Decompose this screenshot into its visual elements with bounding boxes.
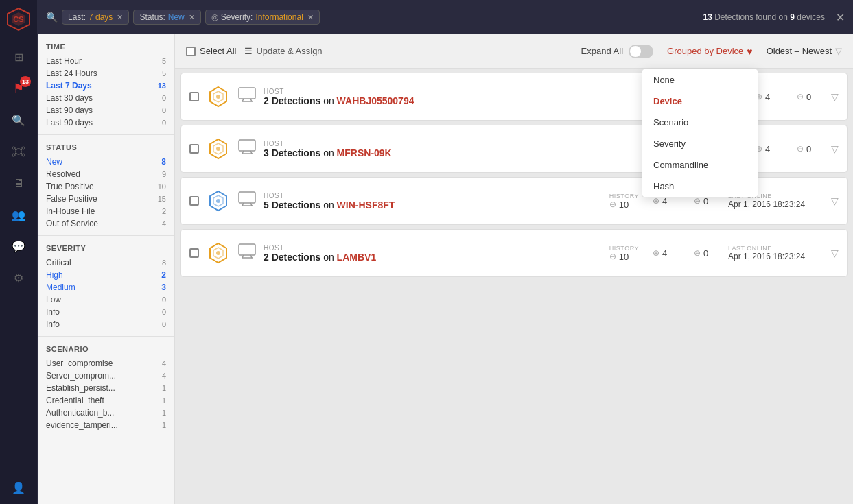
scenario-auth[interactable]: Authentication_b... 1 bbox=[38, 407, 174, 419]
scenario-user-comp[interactable]: User_compromise 4 bbox=[38, 357, 174, 370]
row2-info: HOST 3 Detections on MFRSN-09K bbox=[264, 140, 705, 158]
row1-checkbox[interactable] bbox=[189, 92, 199, 101]
severity-critical-count: 8 bbox=[162, 259, 166, 267]
expand-all-toggle[interactable] bbox=[629, 45, 653, 58]
scenario-cred-theft[interactable]: Credential_theft 1 bbox=[38, 394, 174, 407]
status-false-pos[interactable]: False Positive 15 bbox=[38, 193, 174, 205]
scenario-cred-theft-label: Credential_theft bbox=[46, 396, 104, 405]
scenario-auth-label: Authentication_b... bbox=[46, 408, 114, 418]
row3-device-icon bbox=[237, 191, 257, 211]
svg-point-6 bbox=[12, 154, 15, 156]
sidebar-network-icon[interactable] bbox=[9, 142, 28, 161]
sidebar-detections-icon[interactable]: ⚑ 13 bbox=[9, 79, 28, 98]
severity-critical[interactable]: Critical 8 bbox=[38, 256, 174, 269]
row4-device-icon bbox=[237, 243, 257, 263]
severity-info1[interactable]: Info 0 bbox=[38, 306, 174, 318]
severity-info2[interactable]: Info 0 bbox=[38, 318, 174, 331]
sidebar-user-icon[interactable]: 👤 bbox=[9, 478, 28, 497]
row1-expand-icon[interactable]: ▽ bbox=[831, 91, 839, 102]
row4-checkbox[interactable] bbox=[189, 248, 199, 258]
row1-minus-stat: ⊖ 0 bbox=[797, 92, 824, 102]
row1-title: 2 Detections on WAHBJ05500794 bbox=[264, 95, 705, 106]
dropdown-scenario[interactable]: Scenario bbox=[642, 112, 758, 133]
svg-text:CS: CS bbox=[13, 15, 23, 23]
filter-last-close[interactable]: ✕ bbox=[117, 13, 123, 22]
time-last-30-label: Last 30 days bbox=[46, 93, 93, 103]
time-filter-last-hour[interactable]: Last Hour 5 bbox=[38, 55, 174, 67]
row3-checkbox[interactable] bbox=[189, 196, 199, 206]
status-resolved[interactable]: Resolved 9 bbox=[38, 168, 174, 180]
dropdown-hash[interactable]: Hash bbox=[642, 176, 758, 197]
scenario-establish[interactable]: Establish_persist... 1 bbox=[38, 382, 174, 394]
dropdown-device[interactable]: Device bbox=[642, 91, 758, 112]
filter-tag-status[interactable]: Status: New ✕ bbox=[133, 10, 200, 25]
filter-severity-close[interactable]: ✕ bbox=[307, 13, 314, 22]
time-last-90a-label: Last 90 days bbox=[46, 106, 93, 115]
status-new[interactable]: New 8 bbox=[38, 156, 174, 168]
select-all-button[interactable]: Select All bbox=[200, 46, 236, 56]
time-filter-last-90b[interactable]: Last 90 days 0 bbox=[38, 117, 174, 129]
status-inhouse[interactable]: In-House File 2 bbox=[38, 205, 174, 217]
row3-history-label: HISTORY bbox=[609, 193, 639, 200]
row2-checkbox[interactable] bbox=[189, 144, 199, 154]
sort-chevron-icon: ▽ bbox=[835, 46, 842, 56]
status-outofservice-label: Out of Service bbox=[46, 219, 98, 228]
row2-minus-num: 0 bbox=[806, 144, 811, 154]
scenario-evidence-count: 1 bbox=[162, 421, 166, 429]
time-filter-last-90a[interactable]: Last 90 days 0 bbox=[38, 104, 174, 117]
row2-expand-icon[interactable]: ▽ bbox=[831, 143, 839, 154]
severity-high[interactable]: High 2 bbox=[38, 269, 174, 281]
row3-history-icon: ⊖ bbox=[609, 200, 616, 209]
dropdown-commandline[interactable]: Commandline bbox=[642, 154, 758, 176]
filter-tag-severity[interactable]: ◎ Severity: Informational ✕ bbox=[205, 10, 320, 25]
severity-low[interactable]: Low 0 bbox=[38, 293, 174, 306]
time-last-hour-label: Last Hour bbox=[46, 56, 82, 66]
toggle-knob bbox=[630, 46, 641, 57]
sidebar-settings-icon[interactable]: ⚙ bbox=[9, 268, 28, 287]
content-area: Time Last Hour 5 Last 24 Hours 5 Last 7 … bbox=[38, 34, 853, 504]
status-resolved-count: 9 bbox=[162, 170, 166, 178]
row4-last-online: LAST ONLINE Apr 1, 2016 18:23:24 bbox=[728, 245, 824, 261]
row1-minus-val: ⊖ 0 bbox=[797, 92, 811, 102]
severity-info2-count: 0 bbox=[162, 320, 166, 328]
row2-minus-stat: ⊖ 0 bbox=[797, 144, 824, 154]
dropdown-none[interactable]: None bbox=[642, 69, 758, 91]
time-last-30-count: 0 bbox=[162, 94, 166, 102]
row4-expand-icon[interactable]: ▽ bbox=[831, 248, 839, 259]
dropdown-severity[interactable]: Severity bbox=[642, 133, 758, 154]
sidebar-support-icon[interactable]: 💬 bbox=[9, 237, 28, 256]
severity-high-label: High bbox=[46, 270, 63, 280]
row3-history-val: ⊖ 10 bbox=[609, 200, 629, 210]
row2-on: on bbox=[323, 147, 336, 158]
sidebar-monitor-icon[interactable]: 🖥 bbox=[9, 173, 28, 193]
row4-minus-val: ⊖ 0 bbox=[694, 248, 708, 259]
row4-history-val: ⊖ 10 bbox=[609, 252, 629, 262]
scenario-evidence[interactable]: evidence_tamperi... 1 bbox=[38, 419, 174, 431]
sidebar-search-icon[interactable]: 🔍 bbox=[9, 110, 28, 130]
row1-count: 2 Detections bbox=[264, 95, 320, 106]
time-filter-last-7[interactable]: Last 7 Days 13 bbox=[38, 80, 174, 92]
group-by-button[interactable]: Grouped by Device ♥ bbox=[662, 43, 758, 60]
sidebar-team-icon[interactable]: 👥 bbox=[9, 205, 28, 224]
filter-status-close[interactable]: ✕ bbox=[189, 13, 195, 22]
scenario-server-comp[interactable]: Server_comprom... 4 bbox=[38, 370, 174, 382]
row1-on: on bbox=[323, 95, 336, 106]
row3-expand-icon[interactable]: ▽ bbox=[831, 195, 839, 206]
row1-plus-stat: ⊕ 4 bbox=[756, 92, 783, 102]
sort-button[interactable]: Oldest – Newest ▽ bbox=[767, 46, 842, 56]
select-all-checkbox[interactable] bbox=[186, 47, 196, 56]
status-false-pos-label: False Positive bbox=[46, 194, 97, 204]
update-assign-button[interactable]: ☰ Update & Assign bbox=[244, 46, 322, 56]
sidebar-dashboard-icon[interactable]: ⊞ bbox=[9, 47, 28, 67]
time-filter-last-24[interactable]: Last 24 Hours 5 bbox=[38, 67, 174, 80]
severity-filter-header: Severity bbox=[38, 241, 174, 256]
topbar-close-button[interactable]: ✕ bbox=[836, 11, 845, 24]
severity-medium[interactable]: Medium 3 bbox=[38, 281, 174, 293]
status-outofservice[interactable]: Out of Service 4 bbox=[38, 217, 174, 230]
time-last-7-label: Last 7 Days bbox=[46, 81, 92, 91]
scenario-filter-header: Scenario bbox=[38, 342, 174, 357]
detections-badge: 13 bbox=[20, 76, 31, 87]
time-filter-last-30[interactable]: Last 30 days 0 bbox=[38, 92, 174, 104]
filter-tag-last[interactable]: Last: 7 days ✕ bbox=[62, 10, 129, 25]
status-true-pos[interactable]: True Positive 10 bbox=[38, 180, 174, 193]
